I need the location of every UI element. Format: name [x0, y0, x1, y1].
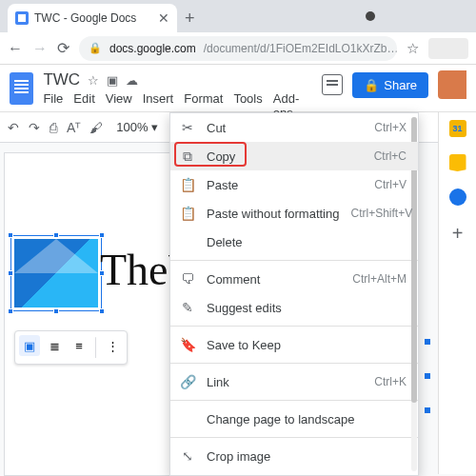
inline-layout-button[interactable]: ▣ — [19, 335, 40, 356]
forward-button: → — [32, 40, 48, 57]
selection-handles-right[interactable] — [425, 339, 430, 413]
separator — [170, 400, 418, 401]
context-menu: ✂CutCtrl+X⧉CopyCtrl+C📋PasteCtrl+V📋Paste … — [169, 112, 419, 476]
ctx-icon: ✂ — [180, 120, 195, 135]
cloud-status-icon[interactable]: ☁ — [126, 73, 138, 88]
ctx-delete[interactable]: Delete — [170, 228, 418, 256]
document-title[interactable]: TWC — [43, 70, 80, 89]
ctx-label: Link — [207, 375, 363, 389]
separator — [170, 437, 418, 438]
media-indicator-icon[interactable] — [366, 11, 375, 21]
ctx-label: Cut — [207, 121, 363, 135]
ctx-label: Delete — [207, 235, 407, 249]
comments-button[interactable] — [322, 74, 343, 95]
ctx-comment[interactable]: 🗨CommentCtrl+Alt+M — [170, 265, 418, 293]
menu-view[interactable]: View — [106, 91, 132, 120]
chevron-down-icon: ▾ — [151, 120, 158, 134]
ctx-icon: 📋 — [180, 206, 195, 221]
ctx-shortcut: Ctrl+X — [374, 121, 407, 134]
lock-icon: 🔒 — [89, 42, 102, 54]
tasks-addon-icon[interactable] — [449, 188, 466, 206]
lock-icon: 🔒 — [364, 78, 379, 92]
wrap-layout-button[interactable]: ≣ — [44, 335, 65, 356]
ctx-icon: ⧉ — [180, 149, 195, 165]
account-avatar[interactable] — [438, 70, 466, 99]
ctx-link[interactable]: 🔗LinkCtrl+K — [170, 367, 418, 396]
share-button[interactable]: 🔒 Share — [352, 72, 428, 98]
ctx-cut[interactable]: ✂CutCtrl+X — [170, 113, 418, 142]
tabstrip: TWC - Google Docs ✕ + — [0, 0, 476, 32]
ctx-label: Suggest edits — [207, 301, 407, 315]
new-tab-button[interactable]: + — [185, 9, 195, 32]
ctx-shortcut: Ctrl+Alt+M — [352, 272, 407, 286]
ctx-label: Comment — [207, 272, 341, 287]
zoom-value: 100% — [116, 120, 148, 134]
ctx-shortcut: Ctrl+Shift+V — [350, 207, 412, 220]
ctx-shortcut: Ctrl+V — [374, 178, 407, 191]
ctx-label: Paste without formatting — [207, 207, 339, 221]
undo-button[interactable]: ↶ — [8, 120, 19, 135]
more-options-button[interactable]: ⋮ — [102, 335, 123, 356]
tab-close-button[interactable]: ✕ — [158, 10, 169, 26]
ctx-save-to-keep[interactable]: 🔖Save to Keep — [170, 330, 418, 359]
tab-title: TWC - Google Docs — [34, 11, 136, 25]
spellcheck-button[interactable]: Aᵀ — [67, 120, 80, 135]
ctx-paste-without-formatting[interactable]: 📋Paste without formattingCtrl+Shift+V — [170, 199, 418, 228]
ctx-replace-image[interactable]: Replace image▶ — [170, 470, 418, 476]
ctx-shortcut: Ctrl+C — [374, 149, 407, 163]
separator — [170, 260, 418, 261]
bookmark-button[interactable]: ☆ — [407, 40, 419, 57]
reload-button[interactable]: ⟳ — [57, 39, 69, 57]
move-doc-button[interactable]: ▣ — [107, 73, 118, 88]
ctx-copy[interactable]: ⧉CopyCtrl+C — [170, 142, 418, 170]
profile-chip[interactable] — [428, 38, 468, 59]
ctx-label: Copy — [207, 149, 363, 164]
calendar-addon-icon[interactable] — [449, 120, 466, 137]
ctx-icon: 🔗 — [180, 374, 195, 389]
image-layout-toolbar: ▣ ≣ ≡ ⋮ — [14, 330, 128, 365]
ctx-icon: ⤡ — [180, 448, 195, 464]
print-button[interactable]: ⎙ — [50, 120, 57, 135]
ctx-label: Crop image — [207, 449, 407, 464]
ctx-shortcut: Ctrl+K — [374, 375, 407, 388]
url-input[interactable]: 🔒 docs.google.com/document/d/1FiOEm2EIdL… — [79, 36, 397, 61]
separator — [95, 337, 96, 358]
star-doc-button[interactable]: ☆ — [88, 73, 99, 88]
ctx-icon: 🔖 — [180, 337, 195, 352]
url-path: /document/d/1FiOEm2EIdLO1kXrZb… — [204, 42, 397, 55]
ctx-label: Change page to landscape — [207, 412, 407, 426]
browser-tab[interactable]: TWC - Google Docs ✕ — [8, 4, 177, 32]
side-panel: + — [438, 112, 476, 474]
ctx-icon: 📋 — [180, 177, 195, 192]
keep-addon-icon[interactable] — [449, 154, 466, 171]
selection-handles[interactable] — [10, 235, 102, 311]
docs-header: TWC ☆ ▣ ☁ File Edit View Insert Format T… — [0, 65, 476, 112]
break-layout-button[interactable]: ≡ — [69, 335, 89, 356]
back-button[interactable]: ← — [8, 40, 23, 57]
redo-button[interactable]: ↷ — [29, 120, 40, 135]
share-label: Share — [384, 78, 417, 92]
separator — [170, 363, 418, 364]
menu-file[interactable]: File — [43, 91, 63, 120]
ctx-label: Save to Keep — [207, 338, 407, 352]
address-bar: ← → ⟳ 🔒 docs.google.com/document/d/1FiOE… — [0, 32, 476, 65]
docs-logo-icon[interactable] — [10, 72, 33, 105]
get-addons-button[interactable]: + — [452, 223, 464, 245]
ctx-crop-image[interactable]: ⤡Crop image — [170, 442, 418, 470]
ctx-suggest-edits[interactable]: ✎Suggest edits — [170, 293, 418, 322]
ctx-icon: ✎ — [180, 300, 195, 315]
ctx-change-page-to-landscape[interactable]: Change page to landscape — [170, 405, 418, 433]
menu-edit[interactable]: Edit — [73, 91, 94, 120]
ctx-label: Paste — [207, 178, 363, 192]
zoom-select[interactable]: 100% ▾ — [116, 120, 157, 134]
url-host: docs.google.com — [109, 42, 196, 55]
paint-format-button[interactable]: 🖌 — [89, 120, 103, 135]
ctx-paste[interactable]: 📋PasteCtrl+V — [170, 170, 418, 199]
ctx-icon: 🗨 — [180, 271, 195, 287]
separator — [170, 326, 418, 327]
docs-favicon-icon — [15, 11, 29, 25]
